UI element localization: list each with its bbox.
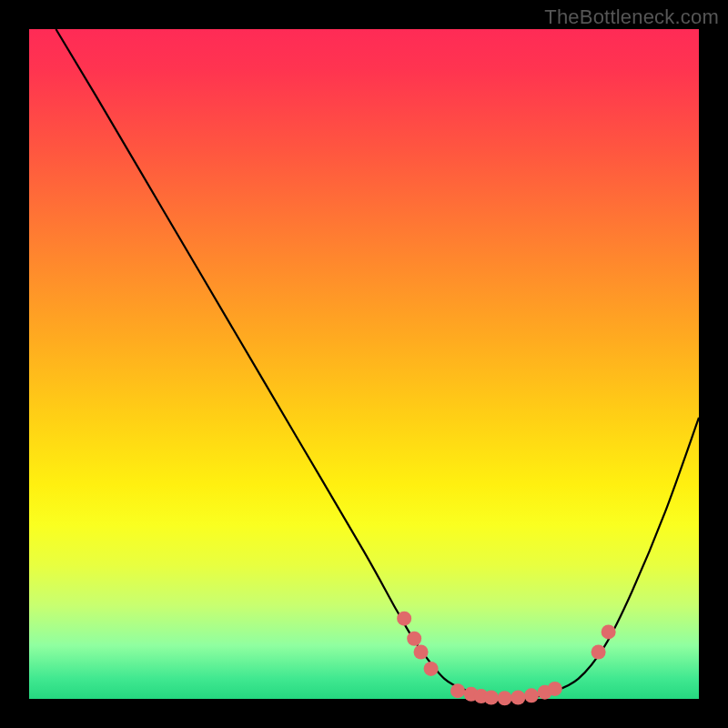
data-point bbox=[524, 688, 539, 703]
data-point bbox=[511, 691, 525, 705]
plot-area bbox=[29, 29, 699, 699]
data-point bbox=[407, 632, 421, 646]
data-point bbox=[397, 612, 411, 626]
data-point bbox=[498, 691, 512, 705]
data-point bbox=[424, 662, 439, 676]
data-point bbox=[592, 644, 606, 659]
data-points bbox=[397, 612, 615, 706]
data-point bbox=[548, 682, 562, 696]
data-point bbox=[602, 624, 616, 639]
chart-container: TheBottleneck.com bbox=[0, 0, 728, 728]
watermark-text: TheBottleneck.com bbox=[544, 5, 719, 29]
data-point bbox=[450, 683, 465, 698]
bottleneck-curve bbox=[56, 29, 699, 700]
curve-svg bbox=[29, 29, 699, 699]
curve-path bbox=[56, 29, 699, 700]
data-point bbox=[484, 691, 499, 705]
data-point bbox=[414, 644, 429, 659]
